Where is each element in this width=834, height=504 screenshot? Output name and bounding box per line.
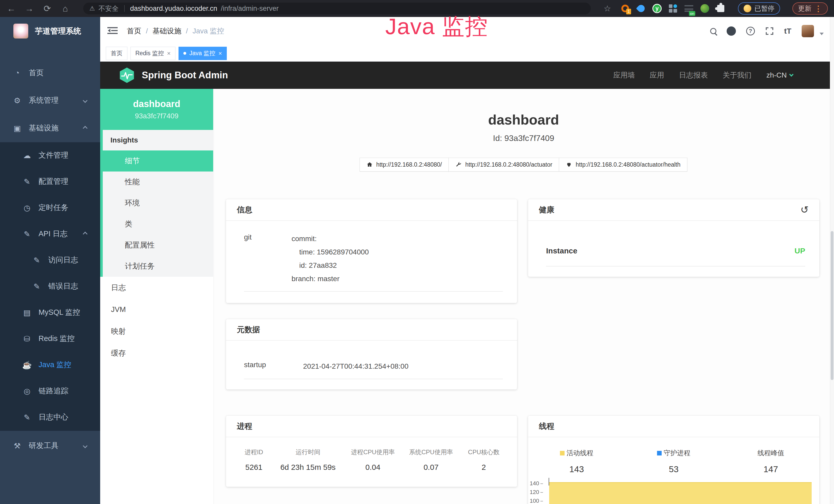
sba-nav-wall[interactable]: 应用墙: [613, 70, 635, 80]
paused-pill[interactable]: 已暂停: [738, 2, 780, 15]
sba-nav-journal[interactable]: 日志报表: [679, 70, 708, 80]
extension-switch-icon[interactable]: on: [684, 4, 694, 13]
browser-menu-kebab-icon[interactable]: ⋮: [814, 4, 822, 13]
health-url-button[interactable]: http://192.168.0.2:48080/actuator/health: [559, 158, 687, 171]
instance-menu-logfile[interactable]: 日志: [100, 277, 213, 299]
sidebar-item-file[interactable]: ☁ 文件管理: [0, 142, 100, 168]
insecure-warning-icon: ⚠: [89, 5, 95, 12]
instance-header: dashboard 93a3fc7f7409: [100, 89, 213, 130]
instance-menu-classes[interactable]: 类: [103, 214, 213, 235]
daemon-threads-value: 53: [625, 464, 722, 474]
info-card-body: git commit: time: 1596289704000 id: 27aa…: [226, 221, 517, 292]
instance-menu-details[interactable]: 细节: [100, 151, 213, 171]
sidebar-item-job[interactable]: ◷ 定时任务: [0, 194, 100, 221]
extension-pin-icon[interactable]: [636, 4, 646, 13]
home-icon: [367, 161, 373, 168]
health-url: http://192.168.0.2:48080/actuator/health: [576, 161, 680, 168]
instance-menu-environment[interactable]: 环境: [103, 192, 213, 214]
health-card-title: 健康: [539, 205, 554, 215]
sidebar-item-label: Java 监控: [39, 360, 71, 370]
process-value-process-cpu: 0.04: [345, 463, 401, 472]
toolbox-icon: ⚒: [12, 441, 23, 450]
browser-back-icon[interactable]: ←: [6, 4, 17, 13]
extension-leaf-icon[interactable]: [700, 4, 710, 13]
breadcrumb-home[interactable]: 首页: [127, 26, 141, 36]
breadcrumb-infra[interactable]: 基础设施: [153, 26, 181, 36]
process-table-values: 5261 6d 23h 15m 59s 0.04 0.07 2: [236, 463, 507, 472]
insights-section-label: Insights: [103, 130, 213, 151]
sidebar-item-dev-tools[interactable]: ⚒ 研发工具: [0, 433, 100, 459]
page-scrollbar[interactable]: [830, 17, 834, 504]
extensions-puzzle-icon[interactable]: [716, 4, 726, 13]
instance-menu-configprops[interactable]: 配置属性: [103, 235, 213, 256]
tab-java-monitor[interactable]: Java 监控 ×: [178, 47, 227, 60]
threads-card: 线程 活动线程 守护进程 线程峰值 143 53 147: [528, 416, 819, 504]
sba-nav-applications[interactable]: 应用: [650, 70, 664, 80]
health-instance-row[interactable]: Instance UP: [546, 247, 805, 267]
sidebar-item-config[interactable]: ✎ 配置管理: [0, 168, 100, 194]
extensions-area: 1 y on: [620, 4, 726, 13]
navbar-actions: ? tT: [710, 25, 824, 37]
metadata-row-startup: startup 2021-04-27T00:44:31.254+08:00: [244, 360, 503, 379]
process-header-pid: 进程ID: [236, 448, 271, 456]
sidebar-item-trace[interactable]: ◎ 链路追踪: [0, 378, 100, 404]
tab-redis-monitor[interactable]: Redis 监控 ×: [130, 47, 175, 60]
sidebar-item-java[interactable]: ☕ Java 监控: [0, 352, 100, 378]
metadata-card: 元数据 startup 2021-04-27T00:44:31.254+08:0…: [226, 319, 517, 389]
search-icon[interactable]: [710, 28, 716, 34]
sidebar-item-api-log[interactable]: ✎ API 日志: [0, 221, 100, 247]
fullscreen-icon[interactable]: [765, 27, 774, 36]
sba-nav-about[interactable]: 关于我们: [723, 70, 751, 80]
history-icon[interactable]: ↺: [800, 205, 809, 215]
sidebar-item-log-center[interactable]: ✎ 日志中心: [0, 404, 100, 430]
extension-grid-icon[interactable]: [668, 4, 678, 13]
instance-menu-jvm[interactable]: JVM: [100, 299, 213, 320]
sidebar-item-redis[interactable]: ⛁ Redis 监控: [0, 325, 100, 352]
redis-stack-icon: ⛁: [22, 334, 32, 343]
help-icon[interactable]: ?: [746, 27, 755, 36]
text-size-icon[interactable]: tT: [784, 27, 791, 36]
sidebar-item-access-log[interactable]: ✎ 访问日志: [0, 247, 100, 273]
user-menu-caret-icon[interactable]: [820, 32, 824, 35]
legend-label: 活动线程: [567, 449, 593, 458]
sidebar-toggle-icon[interactable]: [107, 26, 118, 36]
address-bar[interactable]: ⚠ 不安全 dashboard.yudao.iocoder.cn/infra/a…: [83, 3, 591, 15]
log-edit-icon: ✎: [31, 256, 42, 265]
browser-reload-icon[interactable]: ⟳: [42, 4, 52, 13]
sidebar-item-home[interactable]: ◔ 首页: [0, 60, 100, 86]
user-avatar[interactable]: [802, 25, 814, 37]
threads-chart: 140 120 100: [528, 480, 819, 504]
sba-logo-icon: [119, 67, 135, 84]
github-icon[interactable]: [727, 26, 736, 36]
process-header-uptime: 运行时间: [271, 448, 345, 456]
browser-home-icon[interactable]: ⌂: [60, 4, 70, 13]
service-url-button[interactable]: http://192.168.0.2:48080/: [359, 158, 449, 171]
actuator-url-button[interactable]: http://192.168.0.2:48080/actuator: [448, 158, 559, 171]
extension-orange-icon[interactable]: 1: [620, 4, 630, 13]
tab-home[interactable]: 首页: [106, 47, 127, 60]
scrollbar-thumb[interactable]: [831, 231, 833, 380]
page-title: dashboard: [213, 111, 834, 128]
sba-language-select[interactable]: zh-CN: [766, 71, 793, 79]
instance-menu-metrics[interactable]: 性能: [103, 171, 213, 192]
live-threads-value: 143: [528, 464, 625, 474]
log-edit-icon: ✎: [22, 230, 32, 238]
upload-cloud-icon: ☁: [22, 151, 32, 160]
paused-label: 已暂停: [754, 4, 774, 13]
sidebar-item-system[interactable]: ⚙ 系统管理: [0, 88, 100, 113]
instance-menu-mappings[interactable]: 映射: [100, 320, 213, 342]
sidebar-item-error-log[interactable]: ✎ 错误日志: [0, 273, 100, 299]
edit-icon: ✎: [22, 177, 32, 186]
bookmark-star-icon[interactable]: ☆: [603, 4, 611, 13]
instance-menu-scheduled[interactable]: 计划任务: [103, 256, 213, 277]
tab-close-icon[interactable]: ×: [167, 50, 171, 57]
update-button[interactable]: 更新 ⋮: [792, 2, 828, 15]
brand[interactable]: 芋道管理系统: [0, 17, 100, 45]
sidebar-item-infra[interactable]: ▣ 基础设施: [0, 115, 100, 141]
tab-close-icon[interactable]: ×: [218, 50, 222, 57]
sidebar-item-mysql[interactable]: ▤ MySQL 监控: [0, 299, 100, 325]
instance-menu-caches[interactable]: 缓存: [100, 342, 213, 364]
extension-green-icon[interactable]: y: [652, 4, 662, 13]
browser-forward-icon[interactable]: →: [24, 4, 35, 13]
monitor-icon: ▣: [12, 124, 23, 133]
